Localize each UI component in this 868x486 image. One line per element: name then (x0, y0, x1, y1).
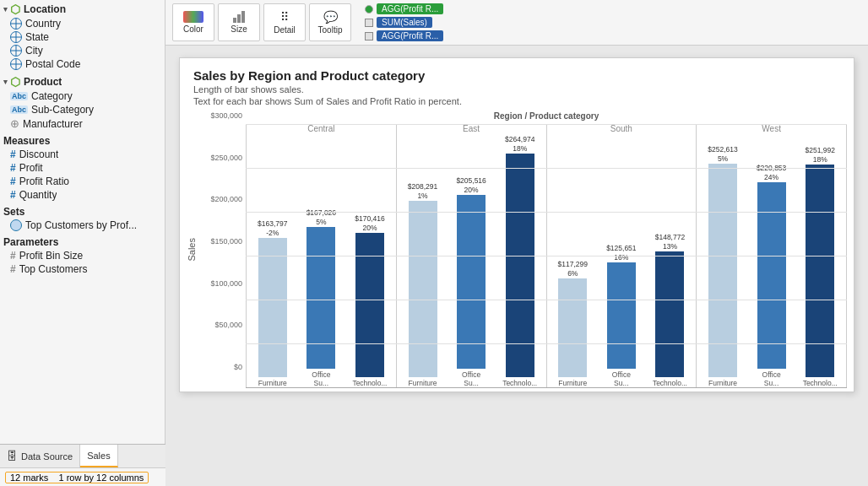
y-250k: $250,000 (210, 154, 242, 162)
sidebar-item-category[interactable]: Abc Category (0, 89, 165, 103)
region-label-row: Region / Product category (246, 111, 847, 121)
tooltip-button[interactable]: 💬 Tooltip (309, 3, 351, 41)
central-furniture-bar[interactable] (258, 238, 287, 377)
data-source-tab[interactable]: 🗄 Data Source (0, 445, 80, 467)
state-label: State (25, 31, 49, 43)
sidebar-item-state[interactable]: State (0, 30, 165, 44)
central-tech-annotation: $170,41620% (355, 214, 384, 233)
west-os-label: Office Su... (755, 370, 789, 387)
globe-icon-country (10, 18, 22, 30)
south-furniture-annotation: $117,2996% (558, 260, 588, 278)
sidebar-item-country[interactable]: Country (0, 17, 165, 30)
east-furniture-bar[interactable] (409, 201, 437, 377)
parameters-header[interactable]: Parameters (0, 235, 165, 249)
west-officesupplies: $220,85324% Office Su... (755, 164, 789, 387)
location-header[interactable]: ▾ ⬡ Location (0, 2, 165, 17)
detail-button[interactable]: ⠿ Detail (263, 3, 306, 41)
measures-label: Measures (3, 135, 50, 147)
abc-icon-subcategory: Abc (10, 105, 28, 114)
west-tech-bar[interactable] (806, 165, 834, 377)
profitratio-label: Profit Ratio (19, 176, 69, 187)
west-os-bar[interactable] (757, 182, 786, 369)
central-furniture-label: Furniture (258, 379, 287, 387)
sidebar-item-profitbinsize[interactable]: # Profit Bin Size (0, 249, 165, 262)
y-axis-label-container: Sales (187, 111, 202, 388)
sales-label: Sales (87, 451, 111, 461)
central-os-label: Office Su... (304, 370, 338, 387)
parameters-group: Parameters # Profit Bin Size # Top Custo… (0, 234, 165, 278)
sets-label: Sets (3, 206, 24, 218)
south-os-annotation: $125,65116% (606, 244, 636, 262)
sidebar-item-city[interactable]: City (0, 44, 165, 57)
size-button[interactable]: Size (218, 3, 260, 41)
color-button[interactable]: Color (172, 3, 214, 41)
west-bars: $252,6135% Furniture $220,85324% Office … (697, 135, 846, 387)
sidebar-item-topcustomersparam[interactable]: # Top Customers (0, 262, 165, 276)
sidebar-item-profit[interactable]: # Profit (0, 161, 165, 175)
south-os-label: Office Su... (605, 370, 638, 387)
measures-group: Measures # Discount # Profit # Profit Ra… (0, 132, 165, 203)
main-content: Color Size ⠿ Detail 💬 Tooltip (165, 0, 868, 486)
east-technology: $264,97418% Technolo... (503, 135, 537, 387)
region-west: West $252,6135% Furniture $220,85324% (696, 124, 847, 387)
sets-group: Sets Top Customers by Prof... (0, 203, 165, 234)
dot-icon-1 (365, 5, 373, 14)
south-tech-label: Technolo... (653, 379, 687, 387)
south-furniture-bar[interactable] (558, 278, 587, 377)
topcustomers-label: Top Customers by Prof... (25, 219, 137, 231)
sidebar-item-subcategory[interactable]: Abc Sub-Category (0, 103, 165, 116)
south-furniture: $117,2996% Furniture (556, 260, 589, 387)
east-os-bar[interactable] (457, 195, 486, 369)
south-os-bar[interactable] (607, 262, 636, 369)
color-icon (183, 11, 203, 23)
region-label-main: Region / Product category (246, 111, 847, 121)
location-group: ▾ ⬡ Location Country State City Postal C… (0, 0, 165, 73)
color-label: Color (183, 24, 203, 34)
central-os-bar[interactable] (307, 227, 335, 369)
sidebar-item-manufacturer[interactable]: ⊕ Manufacturer (0, 116, 165, 131)
west-header: West (697, 124, 846, 135)
sales-tab[interactable]: Sales (80, 445, 118, 467)
region-central: Central $163,797-2% Furniture (246, 124, 396, 387)
agg-profit-pill-2[interactable]: AGG(Profit R... (377, 30, 443, 41)
sidebar-item-quantity[interactable]: # Quantity (0, 188, 165, 202)
profitbinsize-label: Profit Bin Size (19, 250, 83, 262)
sets-header[interactable]: Sets (0, 205, 165, 219)
central-header: Central (247, 124, 396, 135)
regions-container: Region / Product category (246, 111, 847, 388)
central-technology: $170,41620% Technolo... (353, 214, 387, 387)
country-label: Country (25, 18, 61, 30)
postalcode-label: Postal Code (25, 58, 80, 70)
globe-icon-city (10, 45, 22, 57)
size-icon (233, 11, 245, 23)
measures-header[interactable]: Measures (0, 134, 165, 148)
param-icon-topcust: # (10, 263, 16, 275)
sidebar-item-profitratio[interactable]: # Profit Ratio (0, 175, 165, 188)
central-tech-bar[interactable] (355, 233, 384, 377)
sidebar-item-discount[interactable]: # Discount (0, 148, 165, 161)
tooltip-label: Tooltip (318, 25, 343, 35)
central-furniture: $163,797-2% Furniture (256, 219, 290, 387)
south-bars: $117,2996% Furniture $125,65116% Office … (547, 135, 697, 387)
hash-icon-profit: # (10, 162, 16, 174)
west-furniture-bar[interactable] (708, 164, 737, 377)
south-furniture-label: Furniture (558, 379, 587, 387)
square-icon-2 (365, 19, 373, 27)
product-header[interactable]: ▾ ⬡ Product (0, 74, 165, 89)
agg-profit-pill-1[interactable]: AGG(Profit R... (377, 3, 443, 14)
detail-icon: ⠿ (280, 10, 289, 24)
sets-icon (10, 219, 22, 231)
sidebar-item-topcustomers[interactable]: Top Customers by Prof... (0, 219, 165, 232)
subcategory-label: Sub-Category (31, 104, 94, 116)
globe-icon-state (10, 31, 22, 43)
sum-sales-pill[interactable]: SUM(Sales) (377, 17, 432, 28)
sidebar-panel: ▾ ⬡ Location Country State City Postal C… (0, 0, 165, 486)
sidebar-item-postalcode[interactable]: Postal Code (0, 57, 165, 71)
south-tech-annotation: $148,77213% (655, 233, 685, 251)
y-150k: $150,000 (210, 237, 242, 246)
east-tech-bar[interactable] (506, 154, 534, 377)
chart-subtitle1: Length of bar shows sales. (180, 84, 854, 96)
south-header: South (547, 124, 697, 135)
status-bar: 12 marks 1 row by 12 columns (0, 467, 165, 486)
south-tech-bar[interactable] (655, 251, 684, 377)
